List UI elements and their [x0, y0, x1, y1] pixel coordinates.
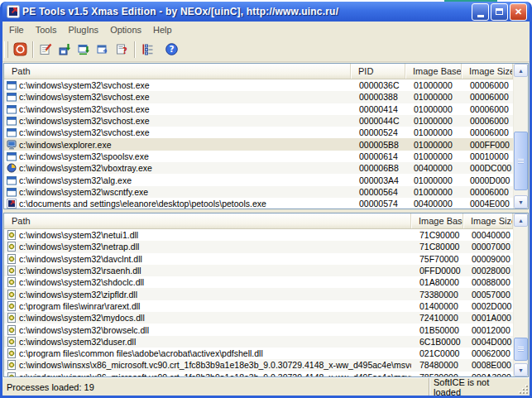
process-row[interactable]: c:\windows\system32\svchost.exe0000044C0…	[4, 115, 513, 127]
module-row-image-base-cell: 78480000	[411, 360, 463, 370]
scroll-down-icon[interactable]: ▼	[514, 195, 528, 209]
pe-sniffer-button[interactable]: ?	[113, 40, 132, 59]
task-viewer-icon	[96, 42, 110, 56]
dump-partial-button[interactable]	[74, 40, 93, 59]
module-scroll-thumb[interactable]	[514, 338, 528, 361]
menu-help[interactable]: Help	[147, 23, 178, 36]
process-scroll-track[interactable]	[514, 77, 528, 195]
dll-icon	[7, 230, 17, 240]
module-row[interactable]: c:\windows\system32\shdoclc.dll01A800000…	[4, 276, 513, 288]
menu-plugins[interactable]: PlugIns	[62, 23, 104, 36]
process-row[interactable]: c:\windows\system32\wscntfy.exe000005640…	[4, 186, 513, 198]
module-row[interactable]: c:\windows\winsxs\x86_microsoft.vc90.crt…	[4, 359, 513, 371]
process-row-image-size-cell: 00006000	[462, 104, 513, 114]
task-viewer-button[interactable]	[93, 40, 113, 59]
module-row[interactable]: c:\windows\system32\zipfldr.dll733800000…	[4, 288, 513, 300]
break-and-enter-button[interactable]	[138, 40, 157, 59]
module-row[interactable]: c:\windows\winsxs\x86_microsoft.vc90.crt…	[4, 372, 513, 376]
process-row-path-cell: c:\windows\system32\svchost.exe	[4, 116, 351, 126]
terminate-process-button[interactable]	[11, 40, 30, 59]
resize-grip[interactable]	[518, 378, 530, 396]
module-row[interactable]: c:\windows\system32\mydocs.dll7241000000…	[4, 312, 513, 324]
module-row-path-cell: c:\windows\system32\mydocs.dll	[4, 313, 411, 323]
dll-icon	[7, 301, 17, 311]
process-row-image-size-cell: 00006000	[462, 187, 513, 197]
column-header-path[interactable]: Path	[4, 213, 411, 228]
pe-editor-button[interactable]	[36, 40, 55, 59]
module-row-image-size-cell: 00040000	[463, 230, 513, 240]
computer-icon	[7, 140, 17, 150]
process-row[interactable]: c:\windows\system32\spoolsv.exe000006140…	[4, 151, 513, 162]
maximize-button[interactable]	[491, 3, 508, 21]
module-row-image-size-cell: 00088000	[463, 277, 513, 287]
process-row[interactable]: c:\documents and settings\eleanore\deskt…	[4, 198, 513, 209]
menu-options[interactable]: Options	[104, 23, 147, 36]
process-rows: c:\windows\system32\svchost.exe0000036C0…	[4, 79, 513, 209]
module-row-path-cell: c:\windows\winsxs\x86_microsoft.vc90.crt…	[4, 372, 411, 376]
module-row[interactable]: c:\windows\system32\davclnt.dll75F700000…	[4, 253, 513, 265]
module-row-image-base-cell: 01B50000	[411, 325, 463, 335]
window-icon	[7, 92, 17, 102]
window-icon	[7, 104, 17, 114]
module-row-image-base-cell: 01A80000	[411, 277, 463, 287]
title-bar[interactable]: PE Tools v1.5 Xmas Edition - by NEOx/[ui…	[2, 2, 530, 22]
process-row-pid-cell: 000005B8	[351, 140, 405, 150]
process-row-pid-cell: 00000614	[351, 151, 405, 161]
module-row-image-base-cell: 71C80000	[411, 242, 463, 252]
process-scroll-thumb[interactable]	[514, 132, 528, 191]
process-row[interactable]: c:\windows\system32\svchost.exe000005240…	[4, 127, 513, 138]
scroll-up-icon[interactable]: ▲	[514, 213, 528, 227]
dump-full-button[interactable]	[55, 40, 74, 59]
column-header-image-size[interactable]: Image Size	[463, 213, 513, 228]
process-row[interactable]: c:\windows\system32\svchost.exe0000036C0…	[4, 79, 513, 91]
module-row[interactable]: c:\windows\system32\browselc.dll01B50000…	[4, 324, 513, 335]
module-scroll-track[interactable]	[514, 227, 528, 363]
column-header-image-size[interactable]: Image Size	[462, 64, 513, 79]
column-header-image-base[interactable]: Image Base	[405, 64, 462, 79]
process-row-path-cell: c:\windows\system32\svchost.exe	[4, 127, 351, 137]
menu-tools[interactable]: Tools	[30, 23, 63, 36]
toolbar-grip[interactable]	[4, 41, 8, 58]
module-row-image-size-cell: 0004D000	[463, 337, 513, 347]
process-row[interactable]: c:\windows\system32\svchost.exe000003880…	[4, 91, 513, 103]
process-row-image-base-cell: 00400000	[405, 199, 462, 209]
process-row[interactable]: c:\windows\system32\vboxtray.exe000006B8…	[4, 162, 513, 174]
process-row-image-base-cell: 01000000	[405, 92, 462, 102]
close-icon: ✕	[515, 7, 522, 17]
module-row-path-cell: c:\windows\system32\netui1.dll	[4, 230, 411, 240]
menu-file[interactable]: File	[3, 23, 30, 36]
process-row[interactable]: c:\windows\explorer.exe000005B8010000000…	[4, 138, 513, 150]
module-row-image-size-cell: 000A3000	[463, 372, 513, 376]
vbox-icon	[7, 163, 17, 173]
process-scrollbar[interactable]: ▲ ▼	[513, 64, 528, 209]
module-row-image-base-cell: 71C90000	[411, 230, 463, 240]
process-row-pid-cell: 00000574	[351, 199, 405, 209]
module-row[interactable]: c:\windows\system32\duser.dll6C1B0000000…	[4, 336, 513, 348]
scroll-up-icon[interactable]: ▲	[514, 64, 528, 77]
module-row[interactable]: c:\program files\common files\adobe\acro…	[4, 348, 513, 359]
minimize-button[interactable]	[472, 3, 489, 21]
module-row[interactable]: c:\windows\system32\rsaenh.dll0FFD000000…	[4, 265, 513, 276]
svg-text:?: ?	[122, 46, 127, 55]
module-scrollbar[interactable]: ▲ ▼	[513, 213, 528, 376]
dll-icon	[7, 290, 17, 300]
process-row[interactable]: c:\windows\system32\alg.exe000003A401000…	[4, 174, 513, 185]
process-row[interactable]: c:\windows\system32\svchost.exe000004140…	[4, 103, 513, 115]
status-bar: Processes loaded: 19 SoftICE is not load…	[2, 377, 530, 396]
process-row-image-base-cell: 01000000	[405, 116, 462, 126]
help-button[interactable]: ?	[162, 40, 181, 59]
column-header-image-base[interactable]: Image Base	[411, 213, 463, 228]
module-row[interactable]: c:\windows\system32\netrap.dll71C8000000…	[4, 241, 513, 252]
module-row[interactable]: c:\program files\winrar\rarext.dll014000…	[4, 300, 513, 312]
dll-icon	[7, 242, 17, 252]
column-header-path[interactable]: Path	[4, 64, 351, 79]
scroll-down-icon[interactable]: ▼	[514, 363, 528, 376]
module-row[interactable]: c:\windows\system32\netui1.dll71C9000000…	[4, 229, 513, 241]
module-row-image-size-cell: 0001A000	[463, 313, 513, 323]
module-row-path-cell: c:\program files\winrar\rarext.dll	[4, 301, 411, 311]
process-row-pid-cell: 00000564	[351, 187, 405, 197]
module-list-header: Path Image Base Image Size	[4, 213, 513, 229]
break-and-enter-icon	[141, 42, 155, 56]
column-header-pid[interactable]: PID	[351, 64, 405, 79]
close-button[interactable]: ✕	[510, 3, 527, 21]
